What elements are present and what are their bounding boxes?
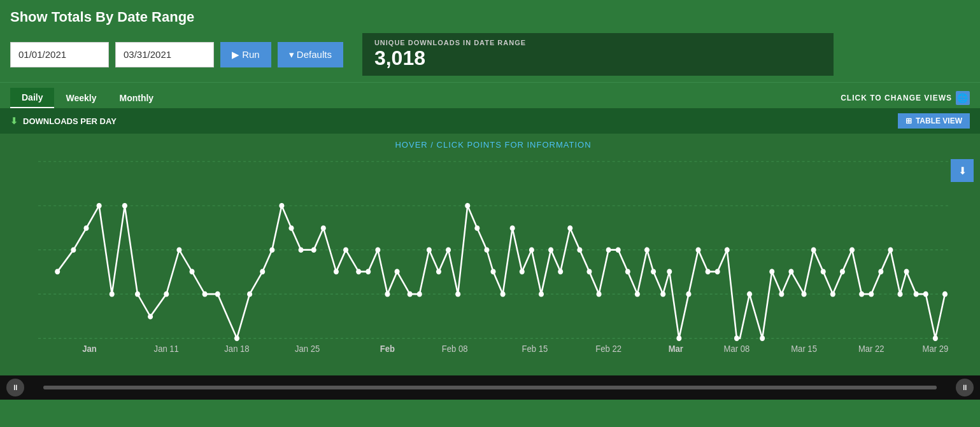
- svg-point-43: [311, 247, 316, 253]
- globe-icon: 🌐: [956, 91, 970, 105]
- svg-point-44: [321, 225, 326, 231]
- svg-point-52: [408, 291, 413, 297]
- svg-text:Mar 22: Mar 22: [858, 344, 884, 352]
- change-views-button[interactable]: CLICK TO CHANGE VIEWS 🌐: [841, 91, 970, 105]
- svg-point-79: [660, 291, 665, 297]
- svg-point-90: [769, 269, 774, 275]
- chart-header-bar: ⬇ DOWNLOADS PER DAY ⊞ TABLE VIEW: [0, 108, 980, 134]
- chart-download-button[interactable]: ⬇: [951, 159, 974, 182]
- svg-point-25: [83, 225, 89, 231]
- svg-point-65: [529, 247, 534, 253]
- tabs-row: Daily Weekly Monthly CLICK TO CHANGE VIE…: [0, 82, 980, 108]
- svg-point-77: [644, 247, 650, 253]
- stats-box: UNIQUE DOWNLOADS IN DATE RANGE 3,018: [362, 33, 834, 76]
- svg-point-101: [878, 269, 883, 275]
- svg-point-55: [436, 269, 441, 275]
- svg-text:Mar 08: Mar 08: [724, 344, 750, 352]
- svg-point-100: [869, 291, 874, 297]
- svg-point-56: [446, 247, 451, 253]
- svg-point-53: [417, 291, 422, 297]
- svg-point-99: [859, 291, 864, 297]
- svg-text:Jan 18: Jan 18: [224, 344, 249, 352]
- end-date-input[interactable]: [115, 42, 214, 67]
- svg-point-40: [279, 203, 284, 209]
- chart-download-icon: ⬇: [958, 165, 967, 177]
- svg-point-92: [788, 269, 793, 275]
- svg-point-102: [888, 247, 893, 253]
- svg-point-46: [343, 247, 348, 253]
- svg-point-32: [176, 247, 181, 253]
- svg-point-66: [539, 291, 544, 297]
- svg-point-85: [715, 269, 720, 275]
- svg-point-59: [474, 225, 479, 231]
- tab-monthly[interactable]: Monthly: [108, 88, 165, 108]
- svg-point-83: [696, 247, 701, 253]
- svg-point-89: [760, 335, 765, 341]
- svg-point-36: [234, 335, 239, 341]
- svg-text:Feb 08: Feb 08: [442, 344, 468, 352]
- svg-point-37: [247, 291, 252, 297]
- svg-point-96: [830, 291, 835, 297]
- svg-point-84: [706, 269, 711, 275]
- svg-point-104: [904, 269, 909, 275]
- defaults-button[interactable]: ▾ Defaults: [278, 42, 343, 67]
- svg-point-49: [375, 247, 380, 253]
- svg-point-54: [427, 247, 432, 253]
- svg-text:Jan 25: Jan 25: [295, 344, 320, 352]
- svg-point-106: [923, 291, 928, 297]
- svg-point-28: [122, 203, 127, 209]
- svg-text:Jan: Jan: [82, 344, 97, 352]
- hover-hint: HOVER / CLICK POINTS FOR INFORMATION: [38, 140, 948, 150]
- svg-point-41: [288, 225, 294, 231]
- svg-point-80: [667, 269, 672, 275]
- stats-value: 3,018: [374, 46, 821, 70]
- table-icon: ⊞: [905, 116, 912, 125]
- downloads-per-day-label: ⬇ DOWNLOADS PER DAY: [10, 116, 117, 126]
- svg-point-30: [148, 314, 153, 319]
- svg-point-72: [597, 291, 602, 297]
- change-views-label: CLICK TO CHANGE VIEWS: [841, 94, 952, 102]
- svg-text:Mar 15: Mar 15: [791, 344, 817, 352]
- svg-point-91: [779, 291, 784, 297]
- scroll-right-handle[interactable]: ⏸: [956, 379, 974, 396]
- scroll-left-handle[interactable]: ⏸: [6, 379, 24, 396]
- svg-point-74: [616, 247, 621, 253]
- svg-point-62: [501, 291, 506, 297]
- svg-point-58: [465, 203, 470, 209]
- svg-point-103: [897, 291, 902, 297]
- svg-text:Jan 11: Jan 11: [154, 344, 179, 352]
- scroll-track[interactable]: [43, 386, 937, 389]
- svg-point-93: [802, 291, 807, 297]
- tab-daily[interactable]: Daily: [10, 88, 54, 108]
- controls-row: ▶ Run ▾ Defaults UNIQUE DOWNLOADS IN DAT…: [10, 33, 970, 76]
- svg-text:Mar: Mar: [669, 344, 684, 352]
- line-chart: .grid-line { stroke: #3a8a4a; stroke-das…: [38, 155, 948, 352]
- svg-point-69: [567, 225, 572, 231]
- tabs-group: Daily Weekly Monthly: [10, 88, 165, 108]
- svg-point-82: [686, 291, 691, 297]
- svg-point-63: [510, 225, 515, 231]
- svg-text:Mar 29: Mar 29: [923, 344, 948, 352]
- svg-point-48: [366, 269, 371, 275]
- svg-point-60: [484, 247, 489, 253]
- svg-point-26: [97, 203, 102, 209]
- start-date-input[interactable]: [10, 42, 109, 67]
- table-view-button[interactable]: ⊞ TABLE VIEW: [898, 113, 970, 129]
- svg-point-24: [71, 247, 76, 253]
- svg-point-73: [606, 247, 611, 253]
- svg-point-27: [110, 291, 115, 297]
- svg-point-108: [942, 291, 948, 297]
- run-button[interactable]: ▶ Run: [220, 42, 271, 67]
- svg-point-42: [299, 247, 304, 253]
- svg-text:Feb 15: Feb 15: [522, 344, 548, 352]
- tab-weekly[interactable]: Weekly: [54, 88, 108, 108]
- svg-point-35: [215, 291, 220, 297]
- svg-point-98: [849, 247, 855, 253]
- svg-point-64: [520, 269, 525, 275]
- svg-point-38: [260, 269, 265, 275]
- svg-text:Feb 22: Feb 22: [595, 344, 621, 352]
- svg-point-86: [725, 247, 730, 253]
- svg-point-39: [269, 247, 274, 253]
- svg-point-47: [356, 269, 361, 275]
- scroll-thumb[interactable]: [43, 386, 937, 389]
